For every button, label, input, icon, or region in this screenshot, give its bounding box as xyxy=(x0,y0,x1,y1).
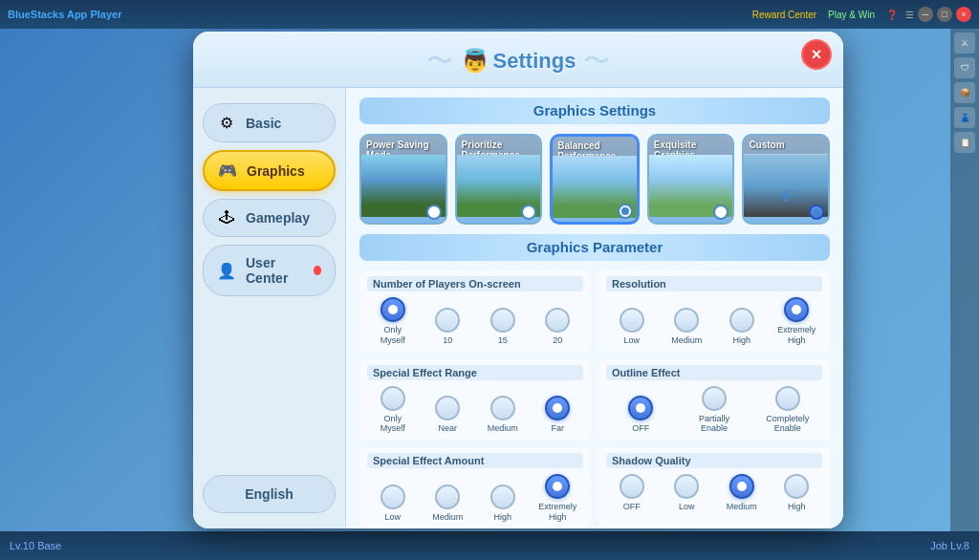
label-resolution-extremely-high: ExtremelyHigh xyxy=(777,325,816,346)
radio-outline-partially xyxy=(702,386,727,411)
param-resolution-low[interactable]: Low xyxy=(606,308,658,346)
language-selector[interactable]: English xyxy=(203,475,336,513)
preset-balanced-radio xyxy=(618,204,633,219)
angel-icon: 👼 xyxy=(461,48,490,75)
language-label: English xyxy=(245,486,294,502)
graphics-icon: 🎮 xyxy=(218,162,237,180)
param-outline-completely[interactable]: CompletelyEnable xyxy=(752,386,822,435)
reward-center-label[interactable]: Reward Center xyxy=(752,10,816,20)
nav-item-gameplay[interactable]: 🕹 Gameplay xyxy=(203,199,336,237)
menu-icon[interactable]: ☰ xyxy=(905,10,914,20)
settings-modal: 〜 👼 Settings 〜 × ⚙ Basic 🎮 Graphics 🕹 xyxy=(193,32,843,528)
modal-close-button[interactable]: × xyxy=(801,39,832,70)
radio-range-only-myself xyxy=(381,386,405,411)
radio-range-medium xyxy=(490,396,515,420)
radio-range-near xyxy=(435,396,460,420)
param-range-near[interactable]: Near xyxy=(423,396,474,434)
param-players-only-myself[interactable]: OnlyMyself xyxy=(367,297,419,346)
preset-power-saving-radio xyxy=(426,205,442,220)
nav-item-graphics[interactable]: 🎮 Graphics xyxy=(203,150,336,191)
preset-exquisite-radio xyxy=(713,205,729,220)
radio-amount-extremely-high xyxy=(545,474,570,499)
right-icon-3[interactable]: 📦 xyxy=(954,82,975,103)
right-icon-5[interactable]: 📋 xyxy=(954,132,975,153)
preset-power-saving[interactable]: Power Saving Mode xyxy=(359,134,447,225)
param-shadow-title: Shadow Quality xyxy=(606,453,822,468)
label-amount-low: Low xyxy=(384,512,401,523)
param-amount-low[interactable]: Low xyxy=(367,485,419,523)
param-shadow-medium[interactable]: Medium xyxy=(716,474,768,512)
top-bar-right: Reward Center Play & Win ❓ ☰ ─ □ × xyxy=(752,7,971,22)
param-group-resolution: Resolution Low Medium xyxy=(598,270,830,352)
modal-overlay: 〜 👼 Settings 〜 × ⚙ Basic 🎮 Graphics 🕹 xyxy=(86,29,950,531)
param-outline-title: Outline Effect xyxy=(606,365,822,380)
param-players-20[interactable]: 20 xyxy=(533,308,584,346)
preset-balanced-performance[interactable]: Balanced Performance xyxy=(550,134,640,225)
play-win-label[interactable]: Play & Win xyxy=(828,10,875,20)
preset-prioritize-performance[interactable]: Prioritize Performance xyxy=(455,134,543,225)
radio-players-only-myself xyxy=(381,297,405,322)
param-group-shadow-quality: Shadow Quality OFF Low xyxy=(598,447,830,528)
param-resolution-options: Low Medium High xyxy=(606,297,822,346)
label-range-only-myself: OnlyMyself xyxy=(381,414,405,435)
user-icon: 👤 xyxy=(217,262,236,280)
top-bar: BlueStacks App Player Reward Center Play… xyxy=(0,0,979,29)
nav-item-basic[interactable]: ⚙ Basic xyxy=(203,103,336,142)
wings-left-icon: 〜 xyxy=(426,43,453,79)
radio-amount-high xyxy=(490,485,515,509)
param-range-only-myself[interactable]: OnlyMyself xyxy=(367,386,419,435)
radio-players-10 xyxy=(435,308,460,333)
label-players-10: 10 xyxy=(443,335,452,346)
param-shadow-high[interactable]: High xyxy=(772,474,823,512)
param-players-title: Number of Players On-screen xyxy=(367,276,583,291)
param-players-15[interactable]: 15 xyxy=(477,308,529,346)
label-shadow-medium: Medium xyxy=(727,502,757,512)
window-close-button[interactable]: × xyxy=(956,7,971,22)
nav-graphics-label: Graphics xyxy=(247,163,305,179)
radio-players-15 xyxy=(490,308,515,333)
label-amount-medium: Medium xyxy=(432,512,463,523)
nav-gameplay-label: Gameplay xyxy=(246,210,310,226)
help-icon[interactable]: ❓ xyxy=(886,10,898,20)
radio-resolution-extremely-high xyxy=(784,297,809,322)
param-amount-high[interactable]: High xyxy=(477,485,529,523)
label-shadow-high: High xyxy=(788,502,806,512)
param-range-medium[interactable]: Medium xyxy=(477,396,529,434)
graphics-parameter-title: Graphics Parameter xyxy=(527,239,664,255)
label-outline-off: OFF xyxy=(632,423,649,434)
app-title: BlueStacks App Player xyxy=(8,9,121,20)
param-resolution-high[interactable]: High xyxy=(716,308,768,346)
label-range-medium: Medium xyxy=(488,423,518,434)
param-amount-medium[interactable]: Medium xyxy=(423,485,474,523)
radio-outline-off xyxy=(628,396,653,420)
param-outline-off[interactable]: OFF xyxy=(606,396,676,434)
param-range-far[interactable]: Far xyxy=(533,396,584,434)
minimize-button[interactable]: ─ xyxy=(918,7,933,22)
param-amount-extremely-high[interactable]: ExtremelyHigh xyxy=(533,474,584,523)
right-icon-1[interactable]: ⚔ xyxy=(954,32,975,54)
param-special-amount-title: Special Effect Amount xyxy=(367,453,583,468)
label-range-near: Near xyxy=(438,423,457,434)
preset-custom[interactable]: Custom + xyxy=(742,134,830,225)
param-shadow-low[interactable]: Low xyxy=(662,474,713,512)
label-players-15: 15 xyxy=(498,335,508,346)
right-icon-2[interactable]: 🛡 xyxy=(954,57,975,78)
param-players-10[interactable]: 10 xyxy=(423,308,474,346)
preset-exquisite-graphics[interactable]: Exquisite Graphics xyxy=(647,134,735,225)
radio-resolution-medium xyxy=(674,308,699,333)
right-icon-4[interactable]: 👗 xyxy=(954,107,975,128)
param-outline-partially[interactable]: PartiallyEnable xyxy=(680,386,750,435)
param-special-amount-options: Low Medium High xyxy=(367,474,583,523)
modal-body: ⚙ Basic 🎮 Graphics 🕹 Gameplay 👤 User Cen… xyxy=(193,88,843,528)
radio-shadow-high xyxy=(784,474,809,499)
preset-custom-radio xyxy=(809,205,824,220)
maximize-button[interactable]: □ xyxy=(937,7,952,22)
label-amount-extremely-high: ExtremelyHigh xyxy=(538,502,577,523)
nav-item-user-center[interactable]: 👤 User Center xyxy=(203,245,336,296)
param-shadow-off[interactable]: OFF xyxy=(606,474,658,512)
param-resolution-title: Resolution xyxy=(606,276,822,291)
param-resolution-extremely-high[interactable]: ExtremelyHigh xyxy=(772,297,823,346)
label-resolution-low: Low xyxy=(623,335,640,346)
param-resolution-medium[interactable]: Medium xyxy=(662,308,713,346)
preset-prioritize-radio xyxy=(521,205,536,220)
